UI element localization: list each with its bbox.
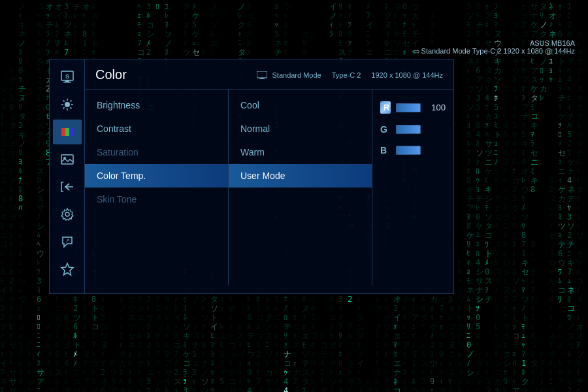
- monitor-small-icon: [257, 71, 267, 79]
- image-icon: [60, 152, 74, 167]
- rgb-label-g: G: [380, 124, 391, 135]
- svg-line-11: [70, 101, 71, 102]
- menu-item-brightness[interactable]: Brightness: [85, 93, 228, 117]
- input-icon: [60, 180, 74, 194]
- svg-rect-15: [69, 128, 73, 136]
- sidebar-item-color[interactable]: [53, 120, 82, 144]
- rgb-slider-b[interactable]: [396, 146, 421, 155]
- osd-content: Brightness Contrast Saturation Color Tem…: [85, 90, 453, 286]
- connection-label: Type-C 2: [332, 71, 361, 79]
- svg-text:S: S: [65, 73, 69, 80]
- svg-line-10: [70, 107, 71, 108]
- svg-rect-2: [63, 82, 71, 83]
- osd-header: Color Standard Mode Type-C 2 1920 x 1080…: [85, 59, 453, 90]
- svg-rect-23: [257, 71, 267, 78]
- svg-text:↗: ↗: [65, 238, 69, 244]
- osd-panel: Color Standard Mode Type-C 2 1920 x 1080…: [85, 59, 454, 294]
- sidebar-item-shortcut[interactable]: ↗: [53, 229, 82, 254]
- svg-point-4: [65, 102, 70, 107]
- rgb-fill-b: [397, 146, 420, 154]
- menu-item-warm[interactable]: Warm: [229, 140, 372, 164]
- resolution-label: 1920 x 1080 @ 144Hz: [371, 71, 443, 79]
- rgb-row-g: G: [372, 120, 453, 139]
- svg-line-9: [63, 101, 64, 102]
- menu-item-cool[interactable]: Cool: [229, 93, 372, 117]
- svg-rect-16: [61, 155, 73, 164]
- menu-item-user-mode[interactable]: User Mode: [229, 164, 372, 188]
- connection-type: Type-C 2: [472, 47, 502, 55]
- sidebar-item-input[interactable]: [53, 174, 82, 199]
- rgb-value-r: 100: [426, 103, 446, 112]
- display-mode-label: Standard Mode: [272, 71, 321, 79]
- brightness-icon: [60, 97, 74, 112]
- osd-title: Color: [95, 67, 249, 82]
- menu-item-skin-tone[interactable]: Skin Tone: [85, 188, 228, 211]
- svg-rect-25: [259, 78, 265, 79]
- favorite-icon: [60, 262, 74, 276]
- settings-icon: [60, 207, 74, 221]
- monitor-icon: ▭: [413, 47, 419, 55]
- menu-item-normal[interactable]: Normal: [229, 117, 372, 140]
- rgb-label-b: B: [380, 145, 391, 155]
- rgb-fill-g: [397, 125, 420, 133]
- rgb-row-r: R 100: [372, 97, 453, 118]
- rgb-slider-r[interactable]: [396, 103, 421, 112]
- svg-rect-13: [61, 128, 65, 136]
- device-info: ASUS MB16A ▭ Standard Mode Type-C 2 1920…: [413, 39, 575, 56]
- rgb-fill-r: [397, 104, 420, 112]
- svg-point-19: [65, 212, 69, 216]
- shortcut-icon: ↗: [60, 235, 74, 249]
- menu-item-contrast[interactable]: Contrast: [85, 117, 228, 140]
- rgb-row-b: B: [372, 141, 453, 159]
- menu-item-saturation[interactable]: Saturation: [85, 140, 228, 164]
- sidebar: S: [49, 59, 85, 294]
- rgb-slider-g[interactable]: [396, 125, 421, 134]
- color-icon: [60, 125, 74, 139]
- sidebar-item-favorite[interactable]: [53, 257, 82, 282]
- rgb-label-r: R: [380, 101, 391, 114]
- svg-rect-1: [65, 80, 69, 82]
- sidebar-item-image[interactable]: [53, 147, 82, 172]
- splendid-icon: S: [60, 70, 74, 84]
- rgb-controls: R 100 G B: [372, 90, 453, 286]
- sidebar-item-brightness[interactable]: [53, 92, 82, 117]
- left-menu: Brightness Contrast Saturation Color Tem…: [85, 90, 229, 286]
- sidebar-item-settings[interactable]: [53, 202, 82, 227]
- device-model: ASUS MB16A: [530, 39, 575, 47]
- osd-mode-info: Standard Mode Type-C 2 1920 x 1080 @ 144…: [257, 71, 444, 79]
- menu-item-color-temp[interactable]: Color Temp.: [85, 164, 228, 188]
- svg-rect-14: [65, 128, 69, 136]
- display-mode: Standard Mode: [421, 47, 470, 55]
- svg-line-12: [63, 107, 64, 108]
- svg-rect-24: [260, 78, 264, 79]
- sidebar-item-splendid[interactable]: S: [53, 65, 82, 90]
- svg-marker-22: [61, 263, 73, 275]
- resolution: 1920 x 1080 @ 144Hz: [503, 47, 575, 55]
- mid-menu: Cool Normal Warm User Mode: [229, 90, 372, 286]
